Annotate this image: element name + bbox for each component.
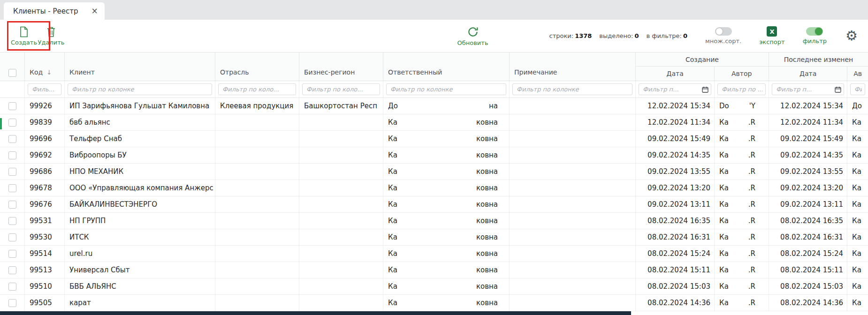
cell-modified_date: 08.02.2024 15:11 bbox=[769, 262, 847, 278]
create-button-label: Создать bbox=[11, 39, 37, 46]
row-checkbox[interactable] bbox=[8, 250, 16, 258]
filter-cell-modified_date bbox=[769, 81, 847, 98]
cell-select bbox=[0, 295, 24, 311]
column-header-region[interactable]: Бизнес-регион bbox=[299, 52, 383, 81]
filter-toggle[interactable] bbox=[806, 27, 823, 36]
filtered-count: в фильтре:0 bbox=[646, 32, 687, 39]
cell-modified_author: Ка bbox=[847, 196, 868, 212]
cell-select bbox=[0, 229, 24, 245]
table-row: 99676БАЙКАЛИНВЕСТЭНЕРГОКаковна09.02.2024… bbox=[0, 196, 868, 213]
filter-cell-industry bbox=[215, 81, 299, 98]
create-button[interactable]: Создать bbox=[10, 26, 38, 46]
column-label: Код bbox=[30, 68, 43, 76]
column-header-created_date[interactable]: Дата bbox=[636, 67, 714, 81]
row-checkbox[interactable] bbox=[8, 201, 16, 209]
row-checkbox[interactable] bbox=[8, 217, 16, 225]
cell-created_date: 09.02.2024 13:55 bbox=[635, 164, 714, 180]
filter-control[interactable]: фильтр bbox=[803, 27, 827, 45]
cell-modified_author: Ка bbox=[847, 164, 868, 180]
filter-input-responsible[interactable] bbox=[386, 83, 506, 95]
filter-input-modified_date[interactable] bbox=[772, 83, 844, 95]
row-checkbox[interactable] bbox=[8, 266, 16, 274]
row-checkbox[interactable] bbox=[8, 299, 16, 307]
delete-button[interactable]: Удалить bbox=[38, 26, 65, 46]
column-header-modified_date[interactable]: Дата bbox=[769, 67, 847, 81]
filter-input-industry[interactable] bbox=[218, 83, 296, 95]
row-checkbox[interactable] bbox=[8, 233, 16, 241]
excel-export-icon[interactable]: X bbox=[767, 26, 777, 37]
tab-close-icon[interactable]: × bbox=[91, 7, 98, 15]
column-header-responsible[interactable]: Ответственный bbox=[383, 52, 509, 81]
column-header-note[interactable]: Примечание bbox=[509, 52, 635, 81]
cell-select bbox=[0, 246, 24, 262]
cell-modified_date: 09.02.2024 15:49 bbox=[769, 131, 847, 147]
cell-region bbox=[299, 295, 383, 311]
multisort-control[interactable]: множ.сорт. bbox=[705, 27, 741, 45]
column-header-code[interactable]: Код↓ bbox=[24, 52, 64, 81]
cell-client: ООО «Управляющая компания Анжерс bbox=[64, 180, 215, 196]
row-checkbox[interactable] bbox=[8, 102, 16, 110]
refresh-icon bbox=[467, 26, 479, 38]
cell-note bbox=[509, 278, 635, 294]
cell-responsible: Каковна bbox=[383, 278, 509, 294]
multisort-toggle[interactable] bbox=[715, 27, 732, 36]
calendar-icon[interactable] bbox=[702, 86, 708, 93]
settings-gear-icon[interactable]: ⚙ bbox=[845, 29, 858, 43]
tab-clients-registry[interactable]: Клиенты - Реестр × bbox=[4, 2, 105, 20]
redacted-fragment: ковна bbox=[476, 167, 498, 176]
row-checkbox[interactable] bbox=[8, 283, 16, 291]
filter-input-created_author[interactable] bbox=[717, 83, 766, 95]
column-header-modified_author[interactable]: Ав bbox=[847, 67, 868, 81]
redacted-fragment: .R bbox=[748, 249, 755, 258]
cell-region bbox=[299, 196, 383, 212]
row-checkbox[interactable] bbox=[8, 119, 16, 127]
refresh-button[interactable]: Обновить bbox=[457, 26, 488, 46]
cell-code: 99839 bbox=[24, 114, 64, 130]
row-checkbox[interactable] bbox=[8, 135, 16, 143]
filter-input-note[interactable] bbox=[512, 83, 632, 95]
cell-modified_author: Ка bbox=[847, 262, 868, 278]
cell-code: 99676 bbox=[24, 196, 64, 212]
redacted-fragment: ковна bbox=[476, 200, 498, 209]
redacted-fragment: .R bbox=[748, 217, 755, 225]
filter-cell-created_date bbox=[635, 81, 714, 98]
column-header-select bbox=[0, 52, 24, 81]
cell-industry bbox=[215, 180, 299, 196]
cell-select bbox=[0, 114, 24, 130]
redacted-fragment: Ка bbox=[719, 151, 729, 159]
table-row: 99514urel.ruКаковна08.02.2024 15:24Ка.R0… bbox=[0, 246, 868, 262]
column-header-created_author[interactable]: Автор bbox=[714, 67, 769, 81]
redacted-fragment: ковна bbox=[476, 249, 498, 258]
select-all-checkbox[interactable] bbox=[8, 69, 16, 77]
cell-created_date: 08.02.2024 14:36 bbox=[635, 295, 714, 311]
cell-responsible: Каковна bbox=[383, 114, 509, 130]
column-header-industry[interactable]: Отрасль bbox=[215, 52, 299, 81]
column-header-client[interactable]: Клиент bbox=[64, 52, 215, 81]
cell-responsible: Каковна bbox=[383, 164, 509, 180]
filter-input-client[interactable] bbox=[68, 83, 212, 95]
left-edge-accent bbox=[0, 118, 2, 129]
cell-responsible: Каковна bbox=[383, 180, 509, 196]
redacted-fragment: Ка bbox=[388, 118, 397, 127]
column-label: Ответственный bbox=[388, 68, 442, 76]
cell-industry bbox=[215, 295, 299, 311]
filter-input-code[interactable] bbox=[28, 83, 61, 95]
redacted-fragment: ковна bbox=[476, 299, 498, 307]
row-checkbox[interactable] bbox=[8, 168, 16, 176]
filter-cell-modified_author bbox=[847, 81, 868, 98]
row-checkbox[interactable] bbox=[8, 151, 16, 159]
filter-input-region[interactable] bbox=[302, 83, 380, 95]
cell-client: Виброопоры БУ bbox=[64, 147, 215, 163]
calendar-icon[interactable] bbox=[835, 86, 841, 93]
export-control[interactable]: X экспорт bbox=[759, 26, 784, 45]
redacted-fragment: Ка bbox=[719, 135, 729, 143]
export-label: экспорт bbox=[759, 38, 784, 45]
redacted-fragment: Ка bbox=[388, 282, 397, 291]
cell-created_date: 09.02.2024 13:20 bbox=[635, 180, 714, 196]
table-row: 99926ИП Зарифьянова Гульшат КамиловнаКле… bbox=[0, 98, 868, 114]
cell-code: 99531 bbox=[24, 213, 64, 229]
filter-input-modified_author[interactable] bbox=[850, 83, 865, 95]
filter-input-created_date[interactable] bbox=[639, 83, 711, 95]
row-checkbox[interactable] bbox=[8, 184, 16, 192]
cell-note bbox=[509, 229, 635, 245]
